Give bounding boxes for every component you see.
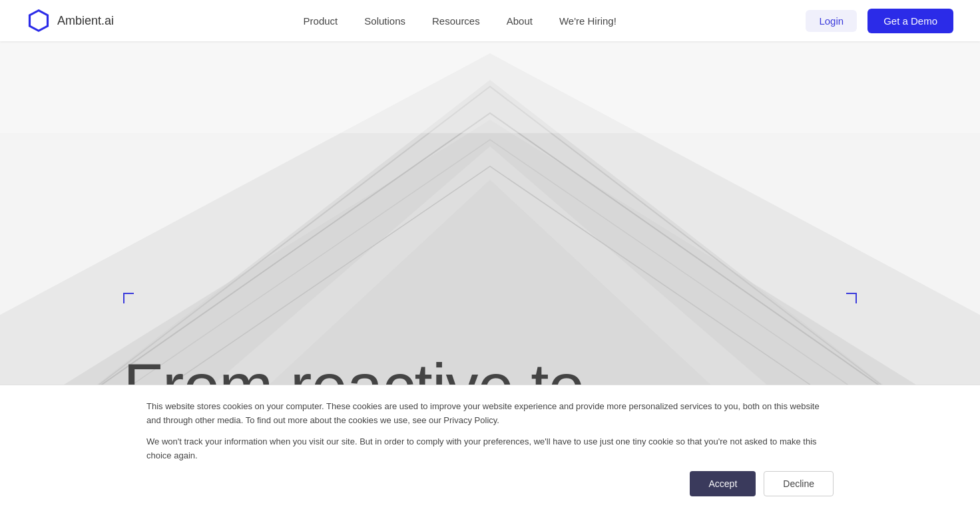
nav-resources[interactable]: Resources <box>432 15 480 27</box>
svg-marker-0 <box>30 11 48 31</box>
navbar-actions: Login Get a Demo <box>806 9 953 33</box>
nav-about[interactable]: About <box>507 15 533 27</box>
cookie-banner: This website stores cookies on your comp… <box>0 385 980 511</box>
bracket-top-left <box>123 293 134 303</box>
decline-button[interactable]: Decline <box>764 471 834 496</box>
nav-product[interactable]: Product <box>304 15 338 27</box>
get-demo-button[interactable]: Get a Demo <box>867 9 953 33</box>
cookie-text-secondary: We won't track your information when you… <box>146 435 834 463</box>
cookie-actions: Accept Decline <box>146 471 834 496</box>
logo-area: Ambient.ai <box>27 9 114 33</box>
nav-solutions[interactable]: Solutions <box>364 15 405 27</box>
cookie-text-primary: This website stores cookies on your comp… <box>146 400 834 428</box>
logo-icon <box>27 9 51 33</box>
bracket-top-right <box>846 293 857 303</box>
accept-button[interactable]: Accept <box>690 471 756 496</box>
nav-hiring[interactable]: We're Hiring! <box>559 15 616 27</box>
navbar: Ambient.ai Product Solutions Resources A… <box>0 0 980 41</box>
login-button[interactable]: Login <box>806 10 857 32</box>
nav-links: Product Solutions Resources About We're … <box>304 15 616 27</box>
logo-text: Ambient.ai <box>57 14 114 28</box>
